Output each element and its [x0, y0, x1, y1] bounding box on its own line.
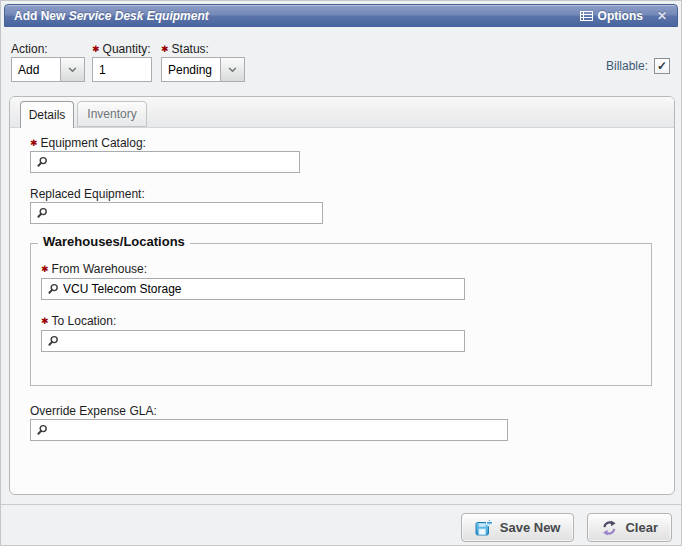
billable-field: Billable: ✓ [606, 58, 670, 74]
replaced-equipment-label: Replaced Equipment: [30, 187, 145, 201]
replaced-equipment-field [30, 202, 323, 224]
billable-label: Billable: [606, 59, 648, 73]
from-warehouse-label: ✱From Warehouse: [41, 262, 147, 276]
required-icon: ✱ [92, 44, 100, 54]
required-icon: ✱ [41, 316, 49, 326]
warehouses-locations-group: Warehouses/Locations ✱From Warehouse: ✱T… [30, 243, 652, 386]
status-label: ✱Status: [161, 42, 209, 56]
override-expense-gla-field [30, 419, 508, 441]
tab-bar: Details Inventory [10, 97, 674, 128]
billable-checkbox[interactable]: ✓ [654, 58, 670, 74]
action-select-trigger[interactable] [60, 58, 84, 81]
action-select-value: Add [12, 58, 60, 81]
required-icon: ✱ [41, 264, 49, 274]
options-button[interactable]: Options [580, 9, 643, 23]
save-icon [475, 519, 493, 536]
quantity-label: ✱Quantity: [92, 42, 151, 56]
status-select[interactable]: Pending [161, 57, 245, 82]
clear-button[interactable]: Clear [587, 513, 672, 542]
options-label: Options [598, 9, 643, 23]
clear-label: Clear [625, 520, 658, 535]
dialog-title: Add New Service Desk Equipment [5, 9, 209, 23]
action-select[interactable]: Add [11, 57, 85, 82]
chevron-down-icon [228, 67, 237, 73]
replaced-equipment-input[interactable] [52, 204, 322, 222]
equipment-catalog-label: ✱Equipment Catalog: [30, 136, 146, 150]
options-grid-icon [580, 10, 593, 22]
required-icon: ✱ [161, 44, 169, 54]
status-select-value: Pending [162, 58, 220, 81]
search-icon [47, 283, 59, 295]
tab-details[interactable]: Details [20, 101, 74, 128]
quantity-input[interactable] [92, 57, 152, 82]
from-warehouse-field [41, 278, 465, 300]
refresh-icon [601, 520, 618, 536]
search-icon [47, 335, 59, 347]
footer-divider [1, 504, 681, 505]
save-new-label: Save New [500, 520, 561, 535]
warehouses-locations-legend: Warehouses/Locations [38, 234, 190, 249]
add-equipment-dialog: Add New Service Desk Equipment Options ✕… [0, 0, 682, 546]
tab-inventory[interactable]: Inventory [77, 101, 147, 127]
equipment-tab-panel: Details Inventory ✱Equipment Catalog: Re… [9, 96, 675, 495]
search-icon [36, 424, 48, 436]
checkmark-icon: ✓ [657, 60, 667, 72]
override-expense-gla-label: Override Expense GLA: [30, 404, 157, 418]
dialog-titlebar: Add New Service Desk Equipment Options ✕ [4, 4, 678, 27]
to-location-label: ✱To Location: [41, 314, 116, 328]
equipment-catalog-input[interactable] [52, 153, 299, 171]
to-location-field [41, 330, 465, 352]
equipment-catalog-field [30, 151, 300, 173]
action-label: Action: [11, 42, 48, 56]
close-icon[interactable]: ✕ [657, 10, 667, 22]
dialog-title-emphasis: Service Desk Equipment [69, 9, 209, 23]
footer-toolbar: Save New Clear [461, 513, 672, 542]
search-icon [36, 156, 48, 168]
status-select-trigger[interactable] [220, 58, 244, 81]
chevron-down-icon [68, 67, 77, 73]
search-icon [36, 207, 48, 219]
required-icon: ✱ [30, 138, 38, 148]
save-new-button[interactable]: Save New [461, 513, 575, 542]
to-location-input[interactable] [63, 332, 464, 350]
from-warehouse-input[interactable] [63, 280, 464, 298]
dialog-title-prefix: Add New [14, 9, 69, 23]
override-expense-gla-input[interactable] [52, 421, 507, 439]
